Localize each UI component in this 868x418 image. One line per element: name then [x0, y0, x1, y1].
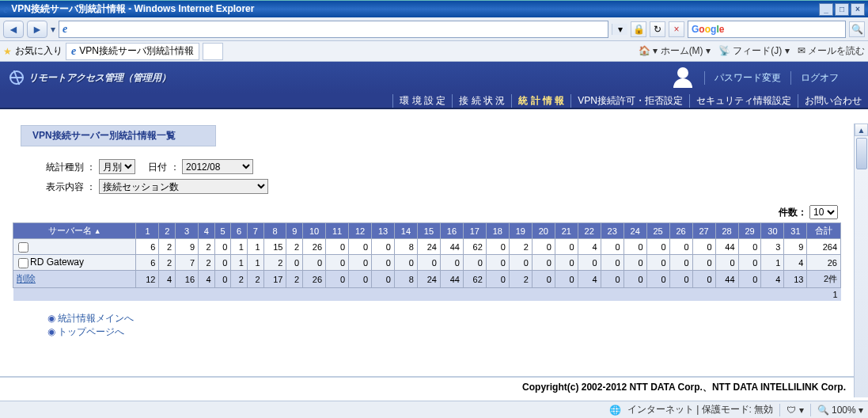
- favorites-label[interactable]: お気に入り: [15, 44, 63, 58]
- col-server-name[interactable]: サーバー名 ▲: [13, 223, 136, 239]
- blank-tab[interactable]: [203, 43, 223, 60]
- total-cell: 0: [326, 271, 349, 288]
- search-box[interactable]: Google: [688, 21, 846, 38]
- logoff-link[interactable]: ログオフ: [790, 71, 839, 85]
- data-cell: 1: [247, 239, 263, 255]
- col-total[interactable]: 合計: [807, 223, 841, 239]
- protected-mode-icon[interactable]: 🛡 ▾: [787, 405, 803, 416]
- page-indicator[interactable]: 1: [13, 288, 841, 302]
- nav-tab[interactable]: お問い合わせ: [798, 94, 868, 108]
- count-select[interactable]: 10: [809, 205, 838, 219]
- data-cell: 0: [214, 239, 231, 255]
- data-cell: 0: [394, 255, 417, 271]
- nav-tab[interactable]: 環 境 設 定: [392, 94, 452, 108]
- minimize-button[interactable]: _: [819, 3, 833, 16]
- total-row: 削除12416402217226000824446202004000004404…: [13, 271, 841, 288]
- nav-tab[interactable]: 統 計 情 報: [511, 94, 570, 108]
- col-day[interactable]: 3: [176, 223, 199, 239]
- refresh-button[interactable]: ↻: [650, 21, 665, 37]
- server-name-cell: RD Gateway: [13, 255, 136, 271]
- col-day[interactable]: 15: [417, 223, 440, 239]
- col-day[interactable]: 27: [692, 223, 715, 239]
- display-label: 表示内容 ：: [46, 181, 96, 192]
- col-day[interactable]: 22: [578, 223, 601, 239]
- delete-link[interactable]: 削除: [17, 273, 36, 284]
- row-checkbox[interactable]: [18, 258, 28, 268]
- col-day[interactable]: 4: [199, 223, 215, 239]
- stats-main-link[interactable]: 統計情報メインへ: [58, 313, 134, 324]
- col-day[interactable]: 23: [601, 223, 624, 239]
- col-day[interactable]: 25: [646, 223, 669, 239]
- data-cell: 0: [715, 255, 738, 271]
- maximize-button[interactable]: □: [835, 3, 849, 16]
- row-checkbox[interactable]: [18, 242, 28, 253]
- top-page-link[interactable]: トップページへ: [58, 326, 124, 337]
- total-cell: 26: [303, 271, 326, 288]
- mail-menu[interactable]: ✉ メールを読む: [798, 44, 865, 58]
- col-day[interactable]: 20: [532, 223, 555, 239]
- col-day[interactable]: 1: [136, 223, 159, 239]
- col-day[interactable]: 16: [440, 223, 463, 239]
- data-cell: 15: [263, 239, 286, 255]
- forward-button[interactable]: ►: [27, 21, 47, 38]
- col-day[interactable]: 18: [486, 223, 509, 239]
- browser-tab[interactable]: e VPN接続サーバ別統計情報: [66, 43, 199, 60]
- col-day[interactable]: 2: [159, 223, 176, 239]
- col-day[interactable]: 14: [394, 223, 417, 239]
- dropdown-icon[interactable]: ▾: [51, 24, 55, 35]
- total-cell: 13: [784, 271, 807, 288]
- vertical-scrollbar[interactable]: ▲ ▼: [854, 124, 868, 397]
- col-day[interactable]: 26: [669, 223, 692, 239]
- back-button[interactable]: ◄: [3, 21, 24, 38]
- col-day[interactable]: 10: [303, 223, 326, 239]
- scroll-up-icon[interactable]: ▲: [855, 124, 868, 136]
- col-day[interactable]: 11: [326, 223, 349, 239]
- home-menu[interactable]: 🏠 ▾ ホーム(M) ▾: [639, 44, 711, 58]
- security-lock-icon[interactable]: 🔒: [631, 21, 646, 37]
- col-day[interactable]: 29: [738, 223, 761, 239]
- col-day[interactable]: 24: [624, 223, 646, 239]
- search-button[interactable]: 🔍: [849, 21, 865, 37]
- total-cell: 0: [486, 271, 509, 288]
- data-cell: 0: [646, 239, 669, 255]
- col-day[interactable]: 28: [715, 223, 738, 239]
- feed-menu[interactable]: 📡 フィード(J) ▾: [718, 44, 790, 58]
- password-change-link[interactable]: パスワード変更: [704, 71, 781, 85]
- total-cell: 0: [646, 271, 669, 288]
- total-cell: 4: [199, 271, 215, 288]
- data-cell: 3: [761, 239, 784, 255]
- nav-tab[interactable]: 接 続 状 況: [452, 94, 511, 108]
- col-day[interactable]: 13: [372, 223, 395, 239]
- favorites-star-icon[interactable]: ★: [3, 46, 12, 57]
- col-day[interactable]: 12: [349, 223, 372, 239]
- stop-button[interactable]: ×: [669, 21, 684, 37]
- col-day[interactable]: 17: [463, 223, 486, 239]
- col-day[interactable]: 8: [263, 223, 286, 239]
- data-cell: 0: [214, 255, 231, 271]
- data-cell: 1: [231, 255, 248, 271]
- col-day[interactable]: 7: [247, 223, 263, 239]
- tab-title: VPN接続サーバ別統計情報: [79, 44, 194, 58]
- display-select[interactable]: 接続セッション数: [99, 179, 268, 194]
- total-cell: 24: [417, 271, 440, 288]
- nav-tab[interactable]: セキュリティ情報設定: [689, 94, 798, 108]
- total-cell: 0: [738, 271, 761, 288]
- col-day[interactable]: 6: [231, 223, 248, 239]
- col-day[interactable]: 21: [555, 223, 578, 239]
- col-day[interactable]: 31: [784, 223, 807, 239]
- address-dropdown[interactable]: ▾: [612, 24, 627, 35]
- zoom-label[interactable]: 🔍 100% ▾: [817, 405, 863, 416]
- col-day[interactable]: 19: [509, 223, 532, 239]
- scroll-thumb[interactable]: [856, 138, 867, 169]
- total-cell: 44: [440, 271, 463, 288]
- col-day[interactable]: 9: [286, 223, 303, 239]
- address-bar[interactable]: e: [59, 21, 608, 38]
- nav-tab[interactable]: VPN接続許可・拒否設定: [570, 94, 689, 108]
- date-select[interactable]: 2012/08: [182, 159, 253, 174]
- close-button[interactable]: ×: [851, 3, 865, 16]
- col-day[interactable]: 30: [761, 223, 784, 239]
- stat-type-select[interactable]: 月別: [99, 159, 135, 174]
- total-cell: 0: [372, 271, 395, 288]
- data-cell: 0: [463, 255, 486, 271]
- col-day[interactable]: 5: [214, 223, 231, 239]
